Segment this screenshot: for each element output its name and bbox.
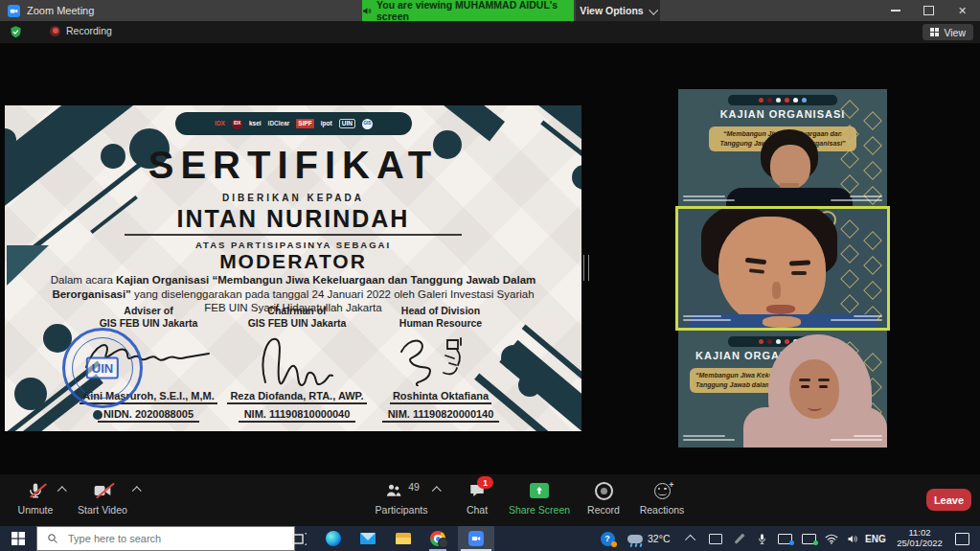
signature-hrd: [350, 331, 532, 386]
start-button[interactable]: [0, 526, 36, 551]
maximize-button[interactable]: [912, 0, 945, 21]
file-explorer-icon[interactable]: [388, 526, 419, 551]
view-options-button[interactable]: View Options: [576, 0, 660, 21]
close-button[interactable]: ✕: [945, 0, 980, 21]
taskbar-search[interactable]: [36, 526, 295, 551]
camera-off-icon: [93, 481, 112, 500]
bg-social-handles: [831, 195, 882, 204]
recipient-underline: [125, 234, 462, 236]
signatory-id: NIM. 11190810000040: [239, 408, 356, 423]
pen-tray-icon[interactable]: [730, 526, 749, 551]
participant-feature: [819, 385, 828, 388]
mail-app-icon[interactable]: [353, 526, 383, 551]
view-options-label: View Options: [580, 5, 643, 16]
partner-logo: ipot: [321, 121, 332, 127]
signatory-name: Reza Diofanda, RTA., AWP.: [227, 390, 366, 404]
security-shield-icon[interactable]: [9, 25, 23, 39]
reactions-button[interactable]: + Reactions: [634, 481, 690, 516]
bg-logo-strip: [728, 95, 837, 105]
panel-resize-handle[interactable]: [583, 255, 589, 281]
view-label: View: [944, 27, 966, 38]
record-label: Record: [587, 504, 620, 516]
participant-hand: [763, 316, 801, 328]
partner-logo: SIPF: [296, 119, 313, 128]
microphone-muted-icon: [27, 481, 44, 500]
tablet-mode-tray-icon[interactable]: [706, 526, 725, 551]
signatory-hrd: Head of Division Human Resource Roshinta…: [350, 305, 532, 423]
bg-social-handles: [683, 315, 731, 324]
start-video-button[interactable]: Start Video: [73, 481, 132, 516]
leave-button[interactable]: Leave: [926, 489, 971, 511]
get-help-tray-icon[interactable]: ?: [596, 526, 619, 551]
chat-label: Chat: [467, 504, 488, 516]
certificate-logo-bar: IDX IDX ksei iDClear SIPF ipot UIN GIS: [175, 112, 412, 135]
certificate-title: SERTIFIKAT: [5, 144, 581, 187]
participant-video-active-speaker[interactable]: [675, 206, 890, 331]
task-view-button[interactable]: [284, 526, 314, 551]
microphone-tray-icon[interactable]: [753, 526, 770, 551]
signatory-id: NIDN. 2020088005: [98, 408, 199, 423]
participant-feature: [791, 271, 807, 275]
chat-button[interactable]: 1 Chat: [458, 481, 496, 516]
record-button[interactable]: Record: [579, 481, 628, 516]
language-indicator[interactable]: ENG: [865, 526, 886, 551]
action-center-icon[interactable]: [950, 526, 973, 551]
participant-feature: [818, 379, 830, 381]
edge-browser-icon[interactable]: [318, 526, 349, 551]
chat-unread-badge: 1: [477, 476, 493, 489]
windows-taskbar: ? 32°C ENG 11:02 25/01/2022: [0, 526, 980, 551]
recording-indicator: Recording: [50, 25, 112, 36]
tray-expand-chevron[interactable]: [682, 526, 701, 551]
recording-dot-icon: [50, 26, 60, 36]
view-layout-button[interactable]: View: [923, 24, 973, 40]
signatory-name: Roshinta Oktafiana: [390, 390, 491, 404]
leave-label: Leave: [934, 494, 964, 506]
weather-icon[interactable]: [625, 526, 646, 551]
chrome-browser-icon[interactable]: [422, 526, 453, 551]
clock-date: 25/01/2022: [891, 539, 948, 549]
bg-social-handles: [683, 195, 735, 204]
participant-video-bottom[interactable]: KAJIAN ORGANISASI “Membangun Jiwa Kekelu…: [678, 331, 887, 448]
certificate-recipient-name: INTAN NURINDAH: [5, 205, 581, 233]
chat-icon: 1: [468, 481, 486, 500]
partner-logo: IDX: [215, 121, 225, 127]
participants-options-chevron[interactable]: [432, 486, 442, 495]
reactions-label: Reactions: [640, 504, 685, 516]
signatory-id: NIM. 11190820000140: [382, 408, 500, 423]
bg-social-handles: [831, 435, 882, 444]
taskbar-clock[interactable]: 11:02 25/01/2022: [891, 528, 948, 549]
meeting-status-bar: Recording View: [0, 21, 980, 43]
screenshare-tray-icon[interactable]: [774, 526, 795, 551]
share-screen-label: Share Screen: [509, 504, 570, 516]
partner-logo: iDClear: [268, 121, 290, 127]
unmute-button[interactable]: Unmute: [8, 481, 63, 516]
window-title-group: Zoom Meeting: [8, 0, 94, 21]
signatory-org: Human Resource: [350, 317, 532, 330]
participants-button[interactable]: 49 Participants: [372, 481, 431, 516]
certificate-given-to: DIBERIKAN KEPADA: [5, 193, 581, 203]
wifi-tray-icon[interactable]: [822, 526, 841, 551]
partner-logo: ksei: [249, 121, 262, 127]
volume-tray-icon[interactable]: [843, 526, 862, 551]
share-screen-button[interactable]: Share Screen: [506, 481, 573, 516]
recording-label: Recording: [66, 25, 112, 36]
search-input[interactable]: [66, 532, 262, 545]
minimize-button[interactable]: [879, 0, 912, 21]
participant-video-top[interactable]: KAJIAN ORGANISASI “Membangun Jiwa Kekelu…: [678, 89, 887, 208]
window-titlebar: Zoom Meeting You are viewing MUHAMMAD AI…: [0, 0, 980, 21]
bg-social-handles: [683, 435, 735, 444]
body-text: Dalam acara: [51, 274, 116, 286]
certificate-participation-label: ATAS PARTISIPASINYA SEBAGAI: [5, 240, 581, 250]
start-video-label: Start Video: [78, 504, 127, 516]
video-options-chevron[interactable]: [132, 486, 142, 495]
zoom-meeting-window: Zoom Meeting You are viewing MUHAMMAD AI…: [0, 0, 980, 551]
participants-count: 49: [408, 481, 420, 493]
participants-icon: 49: [383, 481, 420, 500]
display-tray-icon[interactable]: [798, 526, 819, 551]
unmute-label: Unmute: [18, 504, 54, 516]
bg-social-handles: [831, 315, 882, 324]
participants-label: Participants: [376, 504, 428, 516]
zoom-app-taskbar-icon[interactable]: [458, 526, 494, 551]
bg-cube-decor: [837, 220, 883, 321]
temperature-readout[interactable]: 32°C: [648, 526, 670, 551]
